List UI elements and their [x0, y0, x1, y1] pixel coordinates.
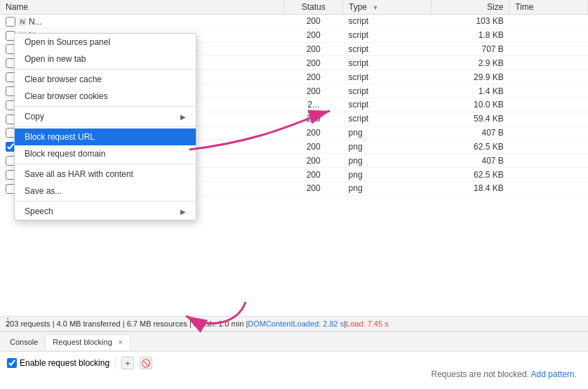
type-cell: png [343, 154, 432, 168]
time-cell [509, 126, 588, 140]
time-cell [509, 140, 588, 154]
menu-item-copy[interactable]: Copy▶ [15, 108, 196, 125]
tab-close-icon[interactable]: × [119, 338, 123, 346]
time-cell [509, 84, 588, 98]
col-header-status[interactable]: Status [284, 0, 343, 15]
status-bar: 203 requests | 4.0 MB transferred | 6.7 … [0, 316, 588, 331]
status-cell: 200 [284, 112, 343, 126]
table-row[interactable]: NN...200script103 KB [0, 15, 588, 29]
size-cell: 10.0 KB [431, 98, 509, 112]
menu-item-label: Save all as HAR with content [25, 169, 133, 179]
menu-item-label: Open in Sources panel [25, 37, 110, 47]
status-cell: 200 [284, 15, 343, 29]
type-cell: script [343, 98, 432, 112]
bottom-panel: Console Request blocking × Enable reques… [0, 331, 588, 389]
type-cell: png [343, 181, 432, 195]
menu-item-label: Speech [25, 206, 53, 216]
menu-item-save-all-as-har-with-content[interactable]: Save all as HAR with content [15, 166, 196, 183]
tab-request-blocking[interactable]: Request blocking × [45, 334, 130, 350]
row-checkbox[interactable] [6, 17, 15, 27]
status-cell: 200 [284, 140, 343, 154]
menu-separator [15, 126, 196, 127]
load-text: Load: 7.45 s [346, 319, 389, 328]
type-cell: script [343, 28, 432, 42]
menu-item-label: Block request domain [25, 149, 105, 159]
clear-patterns-button[interactable]: 🚫 [140, 357, 152, 369]
status-cell: 200 [284, 181, 343, 195]
menu-separator [15, 69, 196, 70]
type-cell: script [343, 112, 432, 126]
size-cell: 62.5 KB [431, 168, 509, 182]
enable-request-blocking-toggle[interactable]: Enable request blocking [7, 358, 109, 368]
type-cell: png [343, 168, 432, 182]
type-cell: script [343, 84, 432, 98]
tab-console[interactable]: Console [3, 335, 45, 349]
time-cell [509, 181, 588, 195]
col-header-size[interactable]: Size [431, 0, 509, 15]
file-icon: N [18, 18, 27, 26]
size-cell: 103 KB [431, 15, 509, 29]
type-cell: script [343, 56, 432, 70]
dom-content-loaded-link[interactable]: DOMContentLoaded: 2.82 s [248, 319, 344, 328]
devtools-menu-icon[interactable]: ⋮ [3, 316, 13, 327]
status-cell: 200 [284, 168, 343, 182]
size-cell: 407 B [431, 154, 509, 168]
status-cell: 200 [284, 126, 343, 140]
size-cell: 62.5 KB [431, 140, 509, 154]
type-cell: script [343, 70, 432, 84]
col-header-name[interactable]: Name [0, 0, 284, 15]
submenu-arrow-icon: ▶ [180, 113, 186, 121]
menu-item-block-request-url[interactable]: Block request URL [15, 128, 196, 145]
time-cell [509, 28, 588, 42]
status-cell: 200 [284, 70, 343, 84]
menu-separator [15, 164, 196, 164]
type-cell: png [343, 140, 432, 154]
size-cell: 2.9 KB [431, 56, 509, 70]
menu-item-label: Block request URL [25, 132, 95, 142]
size-cell: 1.4 KB [431, 84, 509, 98]
menu-item-clear-browser-cookies[interactable]: Clear browser cookies [15, 88, 196, 105]
toolbar-separator [115, 357, 116, 369]
menu-item-label: Clear browser cache [25, 74, 102, 84]
time-cell [509, 42, 588, 56]
time-cell [509, 98, 588, 112]
status-text: 203 requests | 4.0 MB transferred | 6.7 … [6, 319, 248, 328]
col-header-time[interactable]: Time [509, 0, 588, 15]
status-cell: 200 [284, 28, 343, 42]
bottom-tabs: Console Request blocking × [0, 332, 588, 352]
not-blocked-message: Requests are not blocked. Add pattern. [432, 369, 577, 379]
context-menu: Open in Sources panelOpen in new tabClea… [14, 33, 196, 220]
size-cell: 29.9 KB [431, 70, 509, 84]
menu-item-open-in-new-tab[interactable]: Open in new tab [15, 51, 196, 67]
status-cell: 200 [284, 154, 343, 168]
size-cell: 407 B [431, 126, 509, 140]
menu-item-label: Copy [25, 112, 44, 121]
type-cell: script [343, 42, 432, 56]
add-pattern-button[interactable]: + [121, 357, 134, 369]
time-cell [509, 56, 588, 70]
time-cell [509, 112, 588, 126]
enable-checkbox[interactable] [7, 358, 17, 368]
submenu-arrow-icon: ▶ [180, 208, 186, 216]
menu-item-open-in-sources-panel[interactable]: Open in Sources panel [15, 34, 196, 51]
add-pattern-link[interactable]: Add pattern. [531, 369, 577, 379]
sort-arrow-icon: ▼ [372, 4, 378, 11]
menu-separator [15, 106, 196, 107]
status-cell: 2... [284, 98, 343, 112]
col-header-type[interactable]: Type ▼ [343, 0, 432, 15]
menu-item-save-as...[interactable]: Save as... [15, 183, 196, 199]
menu-item-block-request-domain[interactable]: Block request domain [15, 145, 196, 162]
menu-item-speech[interactable]: Speech▶ [15, 203, 196, 220]
size-cell: 1.8 KB [431, 28, 509, 42]
enable-label: Enable request blocking [20, 358, 109, 368]
time-cell [509, 70, 588, 84]
time-cell [509, 154, 588, 168]
menu-item-label: Open in new tab [25, 54, 86, 64]
status-cell: 200 [284, 42, 343, 56]
size-cell: 18.4 KB [431, 181, 509, 195]
menu-item-clear-browser-cache[interactable]: Clear browser cache [15, 71, 196, 88]
status-cell: 200 [284, 56, 343, 70]
menu-separator [15, 201, 196, 202]
size-cell: 707 B [431, 42, 509, 56]
type-cell: png [343, 126, 432, 140]
